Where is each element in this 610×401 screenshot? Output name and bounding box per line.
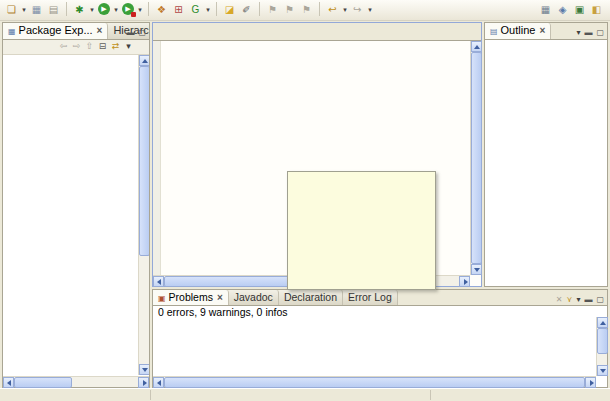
problems-tabs: ▣Problems×JavadocDeclarationError Log [153, 290, 398, 302]
save-icon[interactable]: ▦ [29, 2, 44, 17]
tab-javadoc[interactable]: Javadoc [229, 290, 279, 305]
tab-label: Javadoc [234, 291, 273, 303]
open-file-icon[interactable]: ◪ [222, 2, 237, 17]
last-edit-location-icon[interactable]: ⚑ [265, 2, 280, 17]
scrollbar-thumb[interactable] [164, 276, 294, 287]
editor-vertical-scrollbar[interactable] [470, 41, 481, 275]
debug-icon[interactable]: ✱ [72, 2, 87, 17]
close-icon[interactable]: × [97, 25, 103, 36]
view-menu-icon[interactable]: ▾ [576, 295, 580, 304]
tab-error-log[interactable]: Error Log [343, 290, 398, 305]
eclipse-window: ❏▾▦▤✱▾▶▾▶▾❖⊞G▾◪✐⚑⚑⚑↩▾↪▾ ▦◈▣◧ ▦Package Ex… [0, 0, 610, 401]
scrollbar-thumb[interactable] [597, 328, 608, 354]
scroll-up-button[interactable] [597, 317, 608, 328]
view-menu-icon[interactable]: ▾ [576, 28, 580, 37]
scrollbar-thumb[interactable] [139, 66, 149, 256]
tree-item[interactable] [3, 56, 138, 68]
scroll-up-button[interactable] [139, 55, 149, 66]
scroll-down-button[interactable] [597, 365, 608, 376]
debug-icon-dropdown[interactable]: ▾ [88, 2, 96, 17]
editor-body[interactable] [153, 41, 481, 286]
new-class-icon-dropdown[interactable]: ▾ [204, 2, 212, 17]
maximize-icon[interactable]: ▢ [138, 28, 146, 37]
new-wizard-icon[interactable]: ❏ [4, 2, 19, 17]
forward-icon-dropdown[interactable]: ▾ [366, 2, 374, 17]
arrow-left-icon [7, 380, 11, 386]
back-icon[interactable]: ⇦ [57, 41, 70, 51]
arrow-right-icon [464, 279, 468, 285]
delete-icon[interactable]: ✕ [556, 295, 563, 304]
tab-outline[interactable]: ▤Outline× [485, 23, 551, 39]
minimize-icon[interactable]: ▬ [584, 28, 592, 37]
status-bar [0, 388, 610, 401]
scroll-down-button[interactable] [471, 264, 482, 275]
package-explorer-header-icons: ▬▢ [122, 25, 146, 37]
scrollbar-thumb[interactable] [164, 377, 585, 388]
maximize-icon[interactable]: ▢ [596, 28, 604, 37]
problems-horizontal-scrollbar[interactable] [153, 376, 596, 387]
scrollbar-thumb[interactable] [14, 377, 72, 388]
problems-panel: ▣Problems×JavadocDeclarationError Log ✕⋎… [152, 289, 608, 388]
perspective-grid-icon[interactable]: ▦ [538, 2, 553, 17]
next-annotation-icon[interactable]: ⚑ [299, 2, 314, 17]
link-with-editor-icon[interactable]: ⇄ [109, 41, 122, 51]
scroll-right-button[interactable] [459, 276, 470, 287]
scroll-left-button[interactable] [153, 377, 164, 388]
tab-label: Error Log [348, 291, 392, 303]
up-icon[interactable]: ⇧ [83, 41, 96, 51]
back-icon[interactable]: ↩ [325, 2, 340, 17]
annotation-ruler [153, 41, 161, 275]
resource-perspective-icon[interactable]: ◈ [555, 2, 570, 17]
package-explorer-tabrow: ▦Package Exp...×Hierarchy ▬▢ [3, 23, 149, 40]
collapse-all-icon[interactable]: ⊟ [96, 41, 109, 51]
external-tools-icon[interactable]: ▶ [122, 3, 134, 15]
tab-package-exp[interactable]: ▦Package Exp...× [3, 23, 108, 39]
new-class-icon[interactable]: G [188, 2, 203, 17]
arrow-up-icon [474, 45, 480, 49]
package-explorer-panel: ▦Package Exp...×Hierarchy ▬▢ ⇦⇨⇧⊟⇄▾ [2, 22, 150, 388]
debug-perspective-icon[interactable]: ◧ [589, 2, 604, 17]
new-package-icon[interactable]: ⊞ [171, 2, 186, 17]
scroll-left-button[interactable] [3, 377, 14, 388]
tree-horizontal-scrollbar[interactable] [3, 376, 149, 387]
scrollbar-thumb[interactable] [471, 52, 482, 264]
scroll-up-button[interactable] [471, 41, 482, 52]
scroll-right-button[interactable] [138, 377, 149, 388]
external-tools-icon-dropdown[interactable]: ▾ [136, 2, 144, 17]
tab-declaration[interactable]: Declaration [279, 290, 343, 305]
arrow-left-icon [157, 380, 161, 386]
tab-label: Outline [501, 24, 536, 36]
problems-vertical-scrollbar[interactable] [596, 317, 607, 376]
package-explorer-icon: ▦ [8, 27, 16, 36]
scroll-down-button[interactable] [139, 364, 149, 375]
outline-tabs: ▤Outline× [485, 23, 551, 35]
search-icon[interactable]: ✐ [239, 2, 254, 17]
new-java-project-icon[interactable]: ❖ [154, 2, 169, 17]
close-icon[interactable]: × [217, 292, 223, 303]
problems-icon: ▣ [158, 294, 166, 303]
toolbar-left-groups: ❏▾▦▤✱▾▶▾▶▾❖⊞G▾◪✐⚑⚑⚑↩▾↪▾ [3, 2, 374, 14]
tab-problems[interactable]: ▣Problems× [153, 290, 229, 305]
tree-vertical-scrollbar[interactable] [138, 55, 149, 375]
toolbar-separator [66, 2, 67, 16]
scroll-right-button[interactable] [585, 377, 596, 388]
outline-panel: ▤Outline× ▾▬▢ [484, 22, 608, 287]
filter-icon[interactable]: ⋎ [567, 295, 573, 304]
minimize-icon[interactable]: ▬ [126, 28, 134, 37]
previous-annotation-icon[interactable]: ⚑ [282, 2, 297, 17]
status-divider [150, 390, 151, 400]
java-perspective-icon[interactable]: ▣ [572, 2, 587, 17]
forward-icon[interactable]: ↪ [350, 2, 365, 17]
run-icon-dropdown[interactable]: ▾ [112, 2, 120, 17]
print-icon[interactable]: ▤ [46, 2, 61, 17]
view-menu-icon[interactable]: ▾ [122, 41, 135, 51]
scroll-left-button[interactable] [153, 276, 164, 287]
run-icon[interactable]: ▶ [98, 3, 110, 15]
back-icon-dropdown[interactable]: ▾ [341, 2, 349, 17]
forward-icon[interactable]: ⇨ [70, 41, 83, 51]
new-wizard-icon-dropdown[interactable]: ▾ [20, 2, 28, 17]
close-icon[interactable]: × [539, 25, 545, 36]
minimize-icon[interactable]: ▬ [584, 295, 592, 304]
main-toolbar: ❏▾▦▤✱▾▶▾▶▾❖⊞G▾◪✐⚑⚑⚑↩▾↪▾ ▦◈▣◧ [0, 0, 610, 21]
maximize-icon[interactable]: ▢ [596, 295, 604, 304]
